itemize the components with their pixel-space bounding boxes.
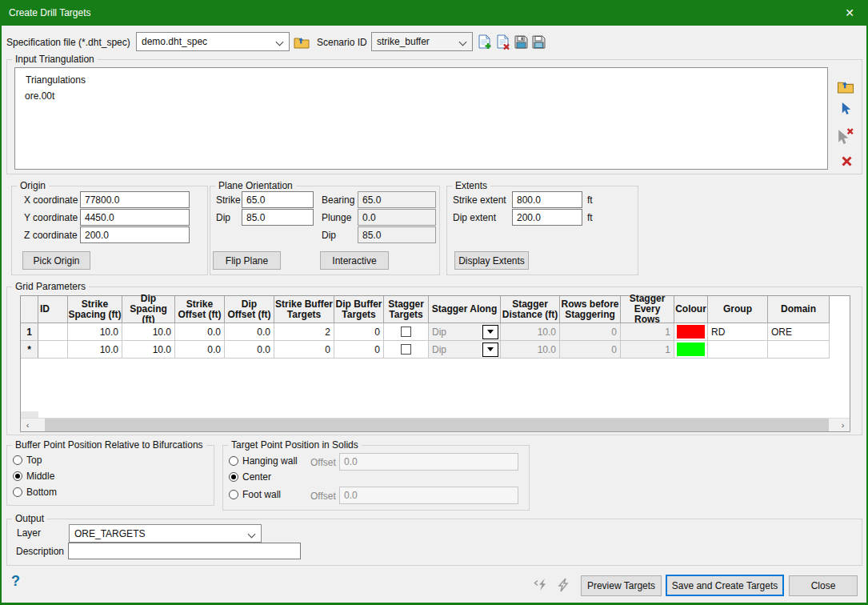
row-header[interactable]: 1 xyxy=(21,323,38,341)
z-coordinate-label: Z coordinate xyxy=(24,230,78,242)
spec-file-combobox[interactable]: demo.dht_spec xyxy=(136,32,290,51)
instant-apply-button[interactable] xyxy=(555,577,571,593)
help-icon[interactable]: ? xyxy=(11,573,20,590)
chevron-down-icon xyxy=(459,38,467,46)
cell-strike-buffer-targets[interactable]: 0 xyxy=(274,341,334,359)
interactive-button[interactable]: Interactive xyxy=(320,251,389,270)
delete-scenario-button[interactable] xyxy=(495,34,511,50)
col-header-strike-offset: Strike Offset (ft) xyxy=(175,296,225,323)
description-field[interactable] xyxy=(68,543,301,559)
col-header-stagger-distance: Stagger Distance (ft) xyxy=(501,296,560,323)
col-header-stagger-along: Stagger Along xyxy=(429,296,501,323)
col-header-dip-spacing: Dip Spacing (ft) xyxy=(122,296,175,323)
col-header-dip-buffer-targets: Dip Buffer Targets xyxy=(334,296,384,323)
deselect-triangulation-button[interactable] xyxy=(835,126,856,146)
dropdown-button[interactable] xyxy=(482,343,498,357)
x-coordinate-field[interactable] xyxy=(80,191,190,208)
strike-extent-field[interactable] xyxy=(512,191,582,208)
layer-label: Layer xyxy=(17,527,41,539)
save-and-create-targets-button[interactable]: Save and Create Targets xyxy=(666,575,784,596)
triangulation-list-item[interactable]: ore.00t xyxy=(25,89,54,103)
radio-hanging-wall[interactable] xyxy=(229,456,238,466)
close-button[interactable]: Close xyxy=(789,575,858,596)
browse-spec-file-button[interactable] xyxy=(293,33,310,50)
document-add-icon xyxy=(478,34,492,50)
save-as-scenario-button[interactable] xyxy=(531,34,546,50)
radio-middle[interactable] xyxy=(13,471,22,481)
radio-center[interactable] xyxy=(229,472,238,482)
grid-parameters-title: Grid Parameters xyxy=(12,281,89,293)
colour-swatch[interactable] xyxy=(677,343,705,356)
cell-dip-spacing[interactable]: 10.0 xyxy=(122,323,175,341)
display-extents-button[interactable]: Display Extents xyxy=(454,251,529,270)
pick-origin-button[interactable]: Pick Origin xyxy=(22,251,90,270)
dip-field[interactable] xyxy=(242,209,314,226)
strike-extent-label: Strike extent xyxy=(453,194,506,206)
cell-colour xyxy=(674,323,708,341)
cell-dip-buffer-targets[interactable]: 0 xyxy=(334,341,384,359)
radio-foot-wall[interactable] xyxy=(229,490,238,499)
remove-triangulation-button[interactable] xyxy=(840,154,854,168)
close-window-button[interactable]: ✕ xyxy=(831,0,868,26)
origin-title: Origin xyxy=(17,180,49,192)
cell-stagger-along[interactable]: Dip xyxy=(429,323,501,341)
dialog-create-drill-targets: Create Drill Targets ✕ Specification fil… xyxy=(0,0,868,605)
lightning-icon xyxy=(557,578,570,592)
cell-dip-buffer-targets[interactable]: 0 xyxy=(334,323,384,341)
layer-combobox[interactable]: ORE_TARGETS xyxy=(69,524,262,543)
cell-strike-offset[interactable]: 0.0 xyxy=(175,323,225,341)
input-triangulation-title: Input Triangulation xyxy=(12,54,98,66)
cell-id[interactable] xyxy=(38,323,68,341)
cell-domain[interactable]: ORE xyxy=(768,323,830,341)
cell-group[interactable] xyxy=(708,341,768,359)
preview-targets-button[interactable]: Preview Targets xyxy=(581,575,662,596)
radio-top[interactable] xyxy=(13,455,22,465)
strike-field[interactable] xyxy=(242,191,314,208)
chevron-down-icon xyxy=(487,330,494,334)
open-folder-icon xyxy=(294,34,310,49)
load-triangulation-button[interactable] xyxy=(835,77,856,94)
scroll-right-arrow[interactable]: › xyxy=(836,419,850,431)
radio-bottom[interactable] xyxy=(13,487,22,497)
remove-x-icon xyxy=(841,155,853,167)
lightning-back-icon xyxy=(534,578,550,592)
dip-extent-field[interactable] xyxy=(512,209,582,226)
x-coordinate-label: X coordinate xyxy=(24,194,78,206)
cell-strike-offset[interactable]: 0.0 xyxy=(175,341,225,359)
horizontal-scrollbar[interactable]: ‹ › xyxy=(21,418,850,431)
flip-plane-button[interactable]: Flip Plane xyxy=(213,251,281,270)
cell-stagger-along[interactable]: Dip xyxy=(429,341,501,359)
dropdown-button[interactable] xyxy=(482,325,498,339)
stagger-targets-checkbox[interactable] xyxy=(401,344,411,355)
cell-dip-offset[interactable]: 0.0 xyxy=(225,341,274,359)
cell-strike-buffer-targets[interactable]: 2 xyxy=(274,323,334,341)
row-header[interactable]: * xyxy=(21,341,38,359)
cell-strike-spacing[interactable]: 10.0 xyxy=(68,323,122,341)
triangulation-list[interactable]: Triangulations ore.00t xyxy=(14,67,828,170)
scrollbar-thumb[interactable] xyxy=(45,419,829,431)
y-coordinate-field[interactable] xyxy=(80,209,190,226)
radio-hanging-wall-label: Hanging wall xyxy=(242,455,298,467)
select-triangulation-button[interactable] xyxy=(838,101,853,117)
apply-on-change-button[interactable] xyxy=(533,577,550,593)
dip-extent-label: Dip extent xyxy=(453,212,496,224)
save-scenario-button[interactable] xyxy=(514,34,529,50)
spec-file-value: demo.dht_spec xyxy=(142,33,273,50)
new-scenario-button[interactable] xyxy=(477,34,493,50)
title-bar[interactable]: Create Drill Targets ✕ xyxy=(0,0,868,26)
scenario-id-combobox[interactable]: strike_buffer xyxy=(371,32,473,51)
cell-dip-spacing[interactable]: 10.0 xyxy=(122,341,175,359)
cell-dip-offset[interactable]: 0.0 xyxy=(225,323,274,341)
col-header-dip-offset: Dip Offset (ft) xyxy=(225,296,274,323)
cell-group[interactable]: RD xyxy=(708,323,768,341)
colour-swatch[interactable] xyxy=(677,325,705,339)
col-header-strike-spacing: Strike Spacing (ft) xyxy=(68,296,122,323)
cell-id[interactable] xyxy=(38,341,68,359)
cell-strike-spacing[interactable]: 10.0 xyxy=(68,341,122,359)
save-icon xyxy=(514,35,528,49)
scroll-left-arrow[interactable]: ‹ xyxy=(21,419,34,431)
dip-label: Dip xyxy=(216,212,230,224)
cell-domain[interactable] xyxy=(768,341,830,359)
z-coordinate-field[interactable] xyxy=(80,226,190,243)
stagger-targets-checkbox[interactable] xyxy=(401,327,411,337)
